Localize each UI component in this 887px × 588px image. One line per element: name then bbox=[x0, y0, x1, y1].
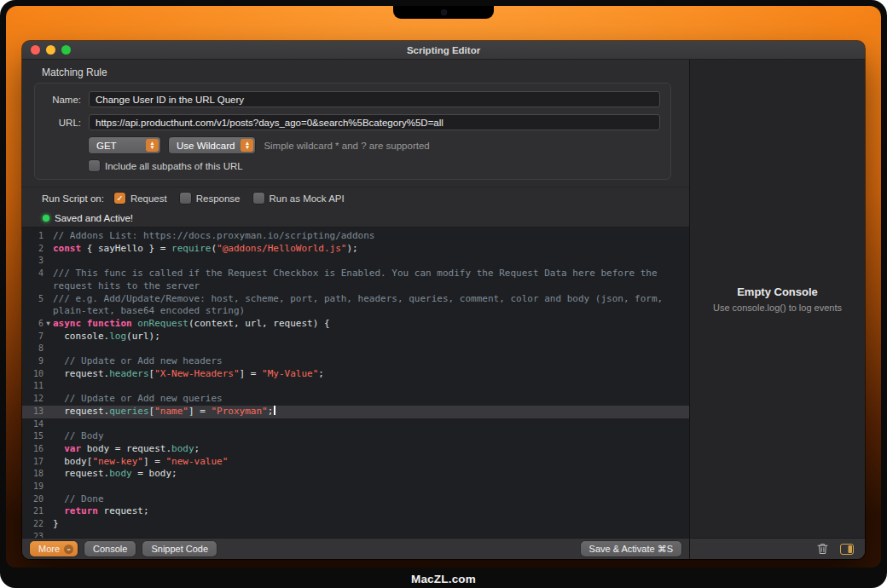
camera-dot bbox=[442, 10, 446, 14]
run-script-option[interactable]: ✓Request bbox=[114, 193, 167, 204]
window-body: Matching Rule Name: Change User ID in th… bbox=[22, 60, 865, 559]
more-button-label: More bbox=[38, 544, 60, 554]
code-line[interactable]: 11 bbox=[22, 380, 689, 393]
save-activate-button[interactable]: Save & Activate ⌘S bbox=[581, 541, 681, 556]
checkbox-checked[interactable]: ✓ bbox=[114, 193, 125, 204]
line-number: 5 bbox=[22, 293, 53, 318]
line-number: 17 bbox=[22, 456, 53, 469]
chevron-updown-icon: ▲▼ bbox=[146, 139, 159, 152]
code-text: request.body = body; bbox=[53, 468, 689, 481]
line-number: 21 bbox=[22, 505, 53, 518]
line-number: 9 bbox=[22, 355, 53, 368]
console-toolbar bbox=[690, 538, 865, 559]
subpaths-label: Include all subpaths of this URL bbox=[105, 161, 243, 171]
code-line[interactable]: 3 bbox=[22, 255, 689, 268]
code-line[interactable]: 21 return request; bbox=[22, 505, 689, 518]
traffic-lights bbox=[31, 41, 71, 59]
run-script-option[interactable]: Run as Mock API bbox=[253, 193, 345, 204]
macbook-frame: Scripting Editor Matching Rule Name: Cha… bbox=[0, 0, 887, 588]
code-text: // Done bbox=[53, 493, 689, 506]
run-script-option[interactable]: Response bbox=[180, 193, 241, 204]
empty-console-placeholder: Empty Console Use console.log() to log e… bbox=[690, 60, 865, 538]
console-button[interactable]: Console bbox=[84, 541, 136, 556]
code-line[interactable]: 6▼async function onRequest(context, url,… bbox=[22, 318, 689, 331]
code-line[interactable]: 8 bbox=[22, 343, 689, 355]
fold-marker-icon[interactable]: ▼ bbox=[43, 318, 53, 331]
run-script-row: Run Script on: ✓RequestResponseRun as Mo… bbox=[22, 187, 689, 209]
close-window-button[interactable] bbox=[31, 45, 40, 55]
line-number: 12 bbox=[22, 393, 53, 406]
code-line[interactable]: 10 request.headers["X-New-Headers"] = "M… bbox=[22, 368, 689, 381]
code-line[interactable]: 2const { sayHello } = require("@addons/H… bbox=[22, 243, 689, 256]
rule-url-input[interactable]: https://api.producthunt.com/v1/posts?day… bbox=[89, 114, 660, 130]
run-script-options: ✓RequestResponseRun as Mock API bbox=[114, 193, 345, 204]
line-number: 15 bbox=[22, 430, 53, 443]
empty-console-subtitle: Use console.log() to log events bbox=[713, 303, 842, 313]
method-row: GET ▲▼ Use Wildcard ▲▼ Simple wildcard *… bbox=[43, 137, 660, 153]
code-line[interactable]: 23 bbox=[22, 531, 689, 538]
line-number: 8 bbox=[22, 343, 53, 355]
url-row: URL: https://api.producthunt.com/v1/post… bbox=[43, 114, 660, 130]
checkbox-unchecked[interactable] bbox=[180, 193, 191, 204]
toggle-panel-icon[interactable] bbox=[840, 544, 854, 555]
active-status-dot bbox=[43, 215, 49, 222]
code-line[interactable]: 15 // Body bbox=[22, 430, 689, 443]
code-line[interactable]: 13 request.queries["name"] = "Proxyman"; bbox=[22, 406, 689, 418]
minimize-window-button[interactable] bbox=[46, 45, 55, 55]
code-line[interactable]: 5/// e.g. Add/Update/Remove: host, schem… bbox=[22, 293, 689, 318]
line-number: 1 bbox=[22, 230, 53, 243]
code-text: } bbox=[53, 518, 689, 531]
code-text: // Update or Add new queries bbox=[53, 393, 689, 406]
code-line[interactable]: 17 body["new-key"] = "new-value" bbox=[22, 456, 689, 469]
code-text: request.queries["name"] = "Proxyman"; bbox=[53, 406, 689, 418]
line-number: 14 bbox=[22, 418, 53, 431]
code-text: // Update or Add new headers bbox=[53, 355, 689, 368]
wildcard-dropdown[interactable]: Use Wildcard ▲▼ bbox=[169, 137, 255, 153]
rule-name-input[interactable]: Change User ID in the URL Query bbox=[89, 91, 660, 107]
trash-icon[interactable] bbox=[817, 543, 828, 555]
line-number: 11 bbox=[22, 380, 53, 393]
code-line[interactable]: 1// Addons List: https://docs.proxyman.i… bbox=[22, 230, 689, 243]
line-number: 7 bbox=[22, 331, 53, 343]
code-line[interactable]: 18 request.body = body; bbox=[22, 468, 689, 481]
method-dropdown[interactable]: GET ▲▼ bbox=[89, 137, 160, 153]
code-text: request.headers["X-New-Headers"] = "My-V… bbox=[53, 368, 689, 381]
more-button[interactable]: More ⌄ bbox=[30, 541, 78, 556]
desktop-wallpaper: Scripting Editor Matching Rule Name: Cha… bbox=[6, 6, 881, 568]
line-number: 13 bbox=[22, 406, 53, 418]
run-script-option-label: Request bbox=[130, 193, 167, 204]
checkbox-unchecked[interactable] bbox=[253, 193, 264, 204]
zoom-window-button[interactable] bbox=[61, 45, 71, 55]
line-number: 10 bbox=[22, 368, 53, 381]
code-line[interactable]: 4/// This func is called if the Request … bbox=[22, 268, 689, 292]
code-text bbox=[53, 255, 689, 268]
camera-notch bbox=[393, 6, 494, 19]
bottom-toolbar: More ⌄ Console Snippet Code Save & Activ… bbox=[22, 538, 689, 559]
run-script-label: Run Script on: bbox=[42, 193, 104, 204]
line-number: 2 bbox=[22, 243, 53, 256]
code-line[interactable]: 19 bbox=[22, 481, 689, 493]
code-line[interactable]: 22} bbox=[22, 518, 689, 531]
code-line[interactable]: 16 var body = request.body; bbox=[22, 443, 689, 456]
code-text: // Body bbox=[53, 430, 689, 443]
code-line[interactable]: 14 bbox=[22, 418, 689, 431]
matching-rule-group: Name: Change User ID in the URL Query UR… bbox=[34, 83, 671, 180]
wildcard-value: Use Wildcard bbox=[177, 141, 235, 151]
code-line[interactable]: 20 // Done bbox=[22, 493, 689, 506]
code-line[interactable]: 12 // Update or Add new queries bbox=[22, 393, 689, 406]
code-editor[interactable]: 1// Addons List: https://docs.proxyman.i… bbox=[22, 228, 689, 538]
checkbox-unchecked[interactable] bbox=[89, 160, 100, 171]
status-row: Saved and Active! bbox=[22, 209, 689, 228]
line-number: 22 bbox=[22, 518, 53, 531]
code-line[interactable]: 7 console.log(url); bbox=[22, 331, 689, 343]
name-label: Name: bbox=[43, 95, 81, 105]
subpaths-checkbox-row[interactable]: Include all subpaths of this URL bbox=[89, 160, 243, 171]
line-number: 16 bbox=[22, 443, 53, 456]
snippet-code-button[interactable]: Snippet Code bbox=[142, 541, 217, 556]
console-pane: Empty Console Use console.log() to log e… bbox=[689, 60, 865, 559]
window-titlebar[interactable]: Scripting Editor bbox=[22, 41, 865, 60]
line-number: 19 bbox=[22, 481, 53, 493]
code-line[interactable]: 9 // Update or Add new headers bbox=[22, 355, 689, 368]
line-number: 4 bbox=[22, 268, 53, 292]
rule-url-value: https://api.producthunt.com/v1/posts?day… bbox=[96, 118, 444, 128]
